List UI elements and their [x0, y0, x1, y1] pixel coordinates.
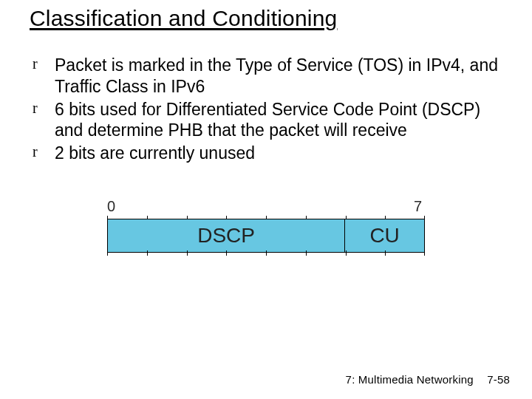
bit-label-0: 0: [107, 198, 115, 215]
footer-page-number: 7-58: [487, 373, 510, 386]
bullet-list: Packet is marked in the Type of Service …: [33, 55, 502, 164]
footer-chapter: 7: Multimedia Networking: [346, 373, 474, 386]
byte-diagram-wrap: 0 7 DSCP CU: [30, 198, 502, 267]
byte-diagram: 0 7 DSCP CU: [107, 198, 425, 265]
page-title: Classification and Conditioning: [30, 6, 502, 31]
list-item: Packet is marked in the Type of Service …: [33, 55, 502, 98]
byte-row: DSCP CU: [107, 219, 425, 253]
field-cu: CU: [345, 219, 424, 252]
list-item: 2 bits are currently unused: [33, 143, 502, 164]
slide-footer: 7: Multimedia Networking 7-58: [346, 373, 510, 386]
slide: Classification and Conditioning Packet i…: [0, 0, 532, 399]
bit-label-7: 7: [414, 198, 422, 215]
field-dscp: DSCP: [108, 219, 345, 252]
list-item: 6 bits used for Differentiated Service C…: [33, 99, 502, 142]
